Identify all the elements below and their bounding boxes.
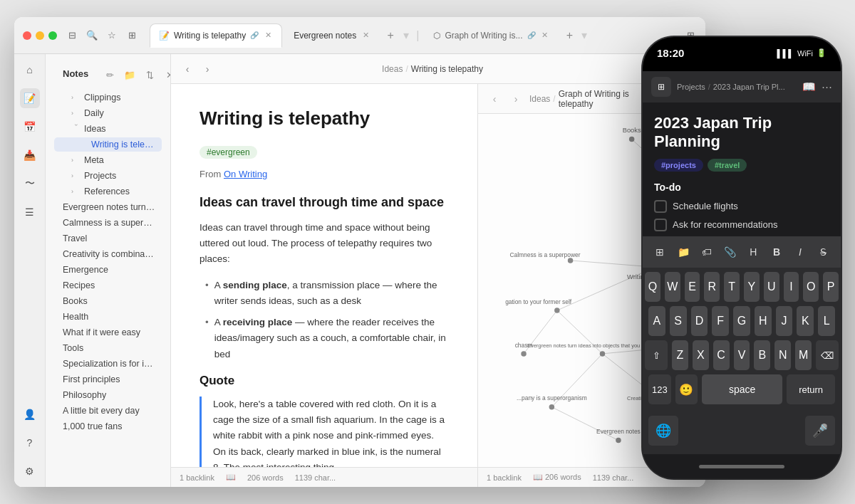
- fullscreen-button[interactable]: [48, 31, 57, 40]
- iphone-bc-projects[interactable]: Projects: [677, 83, 705, 91]
- editor-tag[interactable]: #evergreen: [200, 146, 257, 159]
- sidebar-item-emergence[interactable]: Emergence: [54, 263, 162, 277]
- sidebar-item-writing-telepathy[interactable]: › Writing is telepathy: [54, 137, 162, 152]
- layout-icon[interactable]: ⊞: [125, 29, 138, 42]
- nav-help-icon[interactable]: ?: [20, 433, 40, 453]
- checkbox-recommendations[interactable]: [654, 219, 667, 231]
- nav-settings-icon[interactable]: ⚙: [20, 461, 40, 481]
- sidebar-item-creativity[interactable]: Creativity is combinatory u...: [54, 247, 162, 261]
- node-chasm[interactable]: [521, 351, 526, 356]
- nav-list-icon[interactable]: ☰: [20, 202, 40, 222]
- key-l[interactable]: L: [818, 306, 835, 336]
- sidebar-item-little-bit[interactable]: A little bit every day: [54, 404, 162, 418]
- node-calmness[interactable]: [568, 258, 573, 263]
- kb-attach-icon[interactable]: 📎: [719, 241, 742, 263]
- key-u[interactable]: U: [764, 272, 779, 302]
- star-icon[interactable]: ☆: [105, 29, 118, 42]
- sidebar-item-meta[interactable]: › Meta: [54, 153, 162, 167]
- sidebar-item-tools[interactable]: Tools: [54, 341, 162, 355]
- close-sidebar-icon[interactable]: ✕: [162, 68, 170, 83]
- source-link[interactable]: On Writing: [224, 169, 267, 179]
- key-d[interactable]: D: [691, 306, 708, 336]
- key-i[interactable]: I: [784, 272, 799, 302]
- key-backspace[interactable]: ⌫: [816, 340, 839, 370]
- tab-graph[interactable]: ⬡ Graph of Writing is... 🔗 ✕: [425, 23, 558, 48]
- sidebar-item-health[interactable]: Health: [54, 310, 162, 324]
- sidebar-item-projects[interactable]: › Projects: [54, 169, 162, 183]
- key-r[interactable]: R: [704, 272, 720, 302]
- key-f[interactable]: F: [712, 306, 729, 336]
- iphone-more-icon[interactable]: ⋯: [822, 80, 832, 93]
- new-tab-graph-button[interactable]: +: [561, 27, 579, 44]
- key-p[interactable]: P: [823, 272, 839, 302]
- nav-person-icon[interactable]: 👤: [20, 404, 40, 424]
- key-shift[interactable]: ⇧: [645, 340, 668, 370]
- nav-home-icon[interactable]: ⌂: [20, 60, 40, 80]
- nav-calendar-icon[interactable]: 📅: [20, 117, 40, 137]
- forward-button[interactable]: ›: [200, 61, 215, 77]
- kb-folder-icon[interactable]: 📁: [672, 241, 695, 263]
- iphone-nav-icon[interactable]: ⊞: [651, 77, 671, 97]
- iphone-book-icon[interactable]: 📖: [802, 80, 816, 93]
- sidebar-item-what-if[interactable]: What if it were easy: [54, 325, 162, 340]
- graph-back-button[interactable]: ‹: [487, 91, 502, 107]
- key-h[interactable]: H: [755, 306, 772, 336]
- search-icon[interactable]: 🔍: [86, 29, 98, 42]
- key-c[interactable]: C: [713, 340, 730, 370]
- nav-graph-nav-icon[interactable]: 〜: [20, 174, 40, 194]
- key-w[interactable]: W: [665, 272, 680, 302]
- minimize-button[interactable]: [36, 31, 44, 40]
- new-tab-button[interactable]: +: [382, 27, 399, 44]
- key-k[interactable]: K: [797, 306, 814, 336]
- kb-strikethrough-icon[interactable]: S̶: [812, 241, 835, 263]
- new-folder-icon[interactable]: 📁: [123, 68, 137, 83]
- tab-evergreen-notes[interactable]: Evergreen notes ✕: [285, 23, 379, 48]
- sort-icon[interactable]: ⇅: [142, 68, 157, 83]
- key-j[interactable]: J: [776, 306, 793, 336]
- sidebar-item-travel[interactable]: Travel: [54, 231, 162, 246]
- tab-close-button[interactable]: ✕: [263, 31, 273, 41]
- key-q[interactable]: Q: [645, 272, 660, 302]
- key-m[interactable]: M: [795, 340, 812, 370]
- key-emoji[interactable]: 🙂: [675, 374, 698, 404]
- key-n[interactable]: N: [774, 340, 791, 370]
- key-globe[interactable]: 🌐: [648, 416, 678, 446]
- back-button[interactable]: ‹: [180, 61, 195, 77]
- checkbox-flights[interactable]: [654, 200, 667, 213]
- kb-bold-icon[interactable]: B: [765, 241, 788, 263]
- sidebar-item-recipes[interactable]: Recipes: [54, 278, 162, 293]
- editor-area[interactable]: Writing is telepathy #evergreen From On …: [171, 84, 477, 467]
- graph-bc-ideas[interactable]: Ideas: [529, 94, 550, 104]
- node-evergreen-notes[interactable]: [616, 438, 621, 443]
- key-x[interactable]: X: [693, 340, 709, 370]
- key-t[interactable]: T: [724, 272, 740, 302]
- sidebar-item-calmness[interactable]: Calmness is a superpower: [54, 216, 162, 230]
- tab-dropdown-icon[interactable]: ▾: [403, 28, 409, 42]
- node-gation[interactable]: [554, 308, 559, 313]
- node-evergreen-ideas[interactable]: [600, 351, 605, 356]
- tab-writing-telepathy[interactable]: 📝 Writing is telepathy 🔗 ✕: [150, 23, 282, 48]
- sidebar-item-first-principles[interactable]: First principles: [54, 372, 162, 387]
- close-button[interactable]: [23, 31, 31, 40]
- nav-notes-icon[interactable]: 📝: [20, 88, 40, 108]
- sidebar-item-philosophy[interactable]: Philosophy: [54, 388, 162, 402]
- kb-italic-icon[interactable]: I: [789, 241, 812, 263]
- graph-dropdown-icon[interactable]: ▾: [581, 28, 587, 42]
- sidebar-item-daily[interactable]: › Daily: [54, 106, 162, 120]
- nav-inbox-icon[interactable]: 📥: [20, 145, 40, 165]
- key-e[interactable]: E: [685, 272, 700, 302]
- key-v[interactable]: V: [734, 340, 750, 370]
- key-a[interactable]: A: [648, 306, 665, 336]
- sidebar-item-ideas[interactable]: › Ideas: [54, 122, 162, 136]
- breadcrumb-ideas[interactable]: Ideas: [382, 64, 403, 74]
- sidebar-item-clippings[interactable]: › Clippings: [54, 90, 162, 105]
- graph-forward-button[interactable]: ›: [508, 91, 524, 107]
- key-mic[interactable]: 🎤: [805, 416, 835, 446]
- key-s[interactable]: S: [670, 306, 687, 336]
- sidebar-item-specialization[interactable]: Specialization is for insects: [54, 357, 162, 371]
- sidebar-item-1000-fans[interactable]: 1,000 true fans: [54, 419, 162, 434]
- node-superorganism[interactable]: [549, 404, 554, 409]
- new-note-icon[interactable]: ✏: [103, 68, 117, 83]
- key-numbers[interactable]: 123: [648, 374, 671, 404]
- sidebar-toggle-icon[interactable]: ⊟: [66, 29, 78, 42]
